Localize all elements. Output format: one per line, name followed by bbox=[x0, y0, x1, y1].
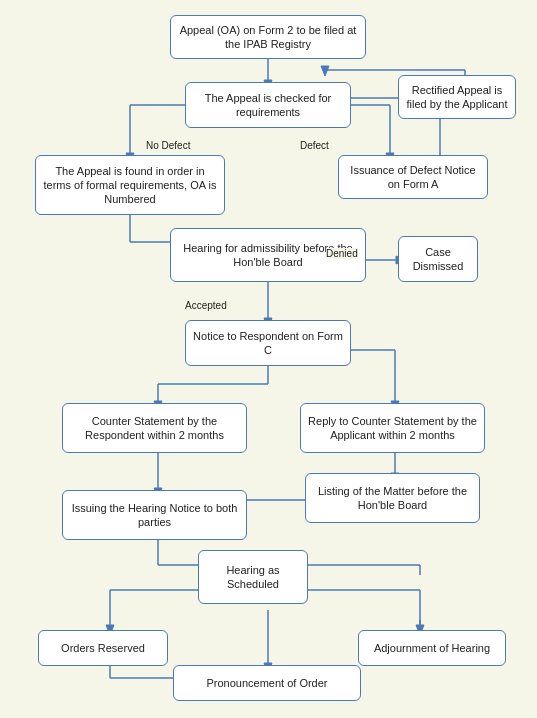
label-no-defect: No Defect bbox=[146, 140, 190, 151]
node-pronouncement: Pronouncement of Order bbox=[173, 665, 361, 701]
node-counter-statement: Counter Statement by the Respondent with… bbox=[62, 403, 247, 453]
node-notice-respondent: Notice to Respondent on Form C bbox=[185, 320, 351, 366]
node-adjournment: Adjournment of Hearing bbox=[358, 630, 506, 666]
node-formal-order: The Appeal is found in order in terms of… bbox=[35, 155, 225, 215]
node-defect-notice: Issuance of Defect Notice on Form A bbox=[338, 155, 488, 199]
node-hearing-scheduled: Hearing as Scheduled bbox=[198, 550, 308, 604]
label-denied: Denied bbox=[326, 248, 358, 259]
node-appeal-filed: Appeal (OA) on Form 2 to be filed at the… bbox=[170, 15, 366, 59]
node-orders-reserved: Orders Reserved bbox=[38, 630, 168, 666]
label-defect: Defect bbox=[300, 140, 329, 151]
node-rectified: Rectified Appeal is filed by the Applica… bbox=[398, 75, 516, 119]
node-listing-matter: Listing of the Matter before the Hon'ble… bbox=[305, 473, 480, 523]
flowchart: Appeal (OA) on Form 2 to be filed at the… bbox=[10, 10, 525, 708]
node-case-dismissed: Case Dismissed bbox=[398, 236, 478, 282]
node-issuing-notice: Issuing the Hearing Notice to both parti… bbox=[62, 490, 247, 540]
node-reply-counter: Reply to Counter Statement by the Applic… bbox=[300, 403, 485, 453]
label-accepted: Accepted bbox=[185, 300, 227, 311]
svg-marker-15 bbox=[321, 66, 329, 76]
node-appeal-checked: The Appeal is checked for requirements bbox=[185, 82, 351, 128]
